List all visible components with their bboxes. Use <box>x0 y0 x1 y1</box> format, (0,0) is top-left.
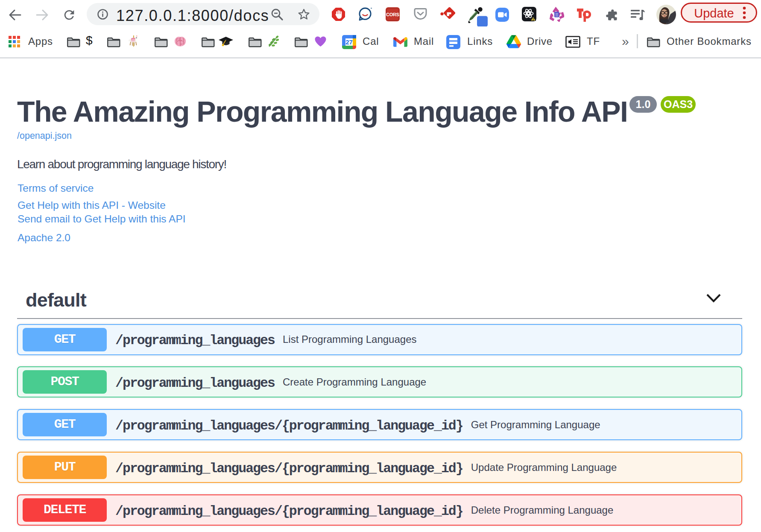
svg-text:27: 27 <box>345 38 353 46</box>
svg-text:CORS: CORS <box>386 12 399 17</box>
